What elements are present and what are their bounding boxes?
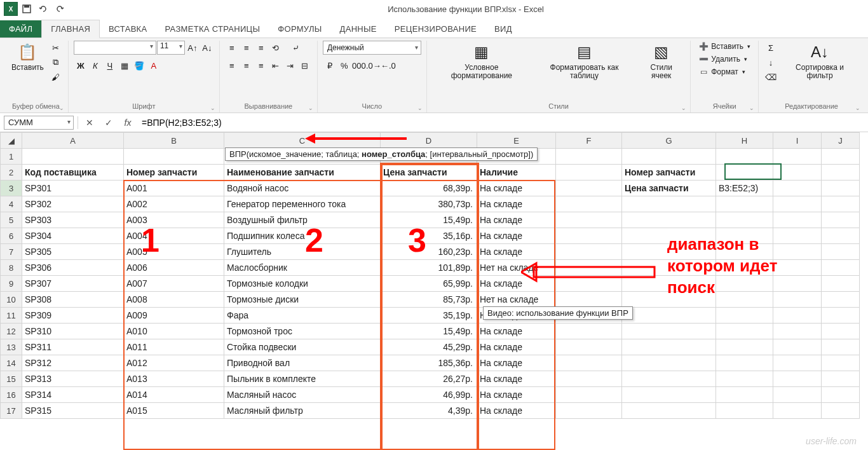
- insert-cells-button[interactable]: ➕Вставить▾: [696, 41, 753, 52]
- cell[interactable]: Код поставщика: [22, 165, 124, 181]
- cell[interactable]: [773, 228, 822, 244]
- col-header[interactable]: J: [822, 133, 860, 149]
- cell[interactable]: B3:E52;3): [716, 181, 773, 196]
- cell[interactable]: Водяной насос: [224, 181, 381, 196]
- row-header[interactable]: 6: [1, 228, 22, 244]
- cell[interactable]: [556, 181, 622, 196]
- tab-formulas[interactable]: ФОРМУЛЫ: [269, 20, 330, 38]
- cell[interactable]: 380,73р.: [381, 196, 477, 212]
- cell[interactable]: [716, 355, 773, 371]
- tab-file[interactable]: ФАЙЛ: [0, 20, 41, 38]
- cell[interactable]: [822, 149, 860, 165]
- cell[interactable]: [773, 308, 822, 324]
- paste-button[interactable]: 📋 Вставить: [9, 41, 46, 73]
- cell[interactable]: Номер запчасти: [124, 165, 224, 181]
- cell[interactable]: [822, 387, 860, 403]
- currency-icon[interactable]: ₽: [323, 58, 337, 72]
- cell[interactable]: [716, 244, 773, 260]
- cell[interactable]: [556, 324, 622, 339]
- cell[interactable]: Масляный фильтр: [224, 403, 381, 419]
- cell[interactable]: На складе: [477, 276, 556, 292]
- table-row[interactable]: 4SP302A002Генератор переменного тока380,…: [1, 196, 860, 212]
- formula-input[interactable]: [139, 116, 864, 130]
- table-row[interactable]: 2Код поставщикаНомер запчастиНаименовани…: [1, 165, 860, 181]
- row-header[interactable]: 5: [1, 212, 22, 228]
- bold-button[interactable]: Ж: [74, 58, 88, 72]
- cell[interactable]: 65,99р.: [381, 276, 477, 292]
- row-header[interactable]: 14: [1, 355, 22, 371]
- cell[interactable]: [773, 196, 822, 212]
- wrap-text-icon[interactable]: ⤶: [289, 41, 303, 55]
- cell[interactable]: [556, 371, 622, 387]
- tab-page-layout[interactable]: РАЗМЕТКА СТРАНИЦЫ: [156, 20, 269, 38]
- cell[interactable]: Номер запчасти: [622, 165, 716, 181]
- cell[interactable]: A003: [124, 212, 224, 228]
- cell[interactable]: [716, 212, 773, 228]
- cell[interactable]: [773, 292, 822, 308]
- cell[interactable]: A014: [124, 387, 224, 403]
- sort-filter-button[interactable]: A↓ Сортировка и фильтр: [780, 41, 859, 81]
- cell[interactable]: Цена запчасти: [381, 165, 477, 181]
- cell[interactable]: На складе: [477, 228, 556, 244]
- table-row[interactable]: 14SP312A012Приводной вал185,36р.На склад…: [1, 355, 860, 371]
- cell[interactable]: 15,49р.: [381, 324, 477, 339]
- cell[interactable]: [556, 165, 622, 181]
- cell[interactable]: SP310: [22, 324, 124, 339]
- cell[interactable]: [822, 181, 860, 196]
- cell[interactable]: [556, 196, 622, 212]
- cell[interactable]: SP305: [22, 244, 124, 260]
- cell[interactable]: A010: [124, 324, 224, 339]
- cell[interactable]: [556, 260, 622, 276]
- cell[interactable]: [716, 228, 773, 244]
- col-header[interactable]: B: [124, 133, 224, 149]
- cell[interactable]: Пыльник в комплекте: [224, 371, 381, 387]
- cell[interactable]: Нет на складе: [477, 260, 556, 276]
- cell[interactable]: [773, 324, 822, 339]
- cell-styles-button[interactable]: ▧ Стили ячеек: [637, 41, 685, 81]
- conditional-formatting-button[interactable]: ▦ Условное форматирование: [432, 41, 531, 81]
- cell[interactable]: [716, 324, 773, 339]
- row-header[interactable]: 12: [1, 324, 22, 339]
- cell[interactable]: SP303: [22, 212, 124, 228]
- row-header[interactable]: 8: [1, 260, 22, 276]
- cell[interactable]: 85,73р.: [381, 292, 477, 308]
- number-format-select[interactable]: Денежный: [323, 41, 421, 55]
- cell[interactable]: SP307: [22, 276, 124, 292]
- cell[interactable]: [822, 244, 860, 260]
- cell[interactable]: [622, 339, 716, 355]
- cell[interactable]: [556, 292, 622, 308]
- cell[interactable]: Цена запчасти: [622, 181, 716, 196]
- cell[interactable]: A015: [124, 403, 224, 419]
- cell[interactable]: [716, 165, 773, 181]
- cell[interactable]: SP311: [22, 339, 124, 355]
- select-all-button[interactable]: ◢: [1, 133, 22, 149]
- col-header[interactable]: E: [477, 133, 556, 149]
- cell[interactable]: Маслосборник: [224, 260, 381, 276]
- cell[interactable]: 68,39р.: [381, 181, 477, 196]
- cell[interactable]: На складе: [477, 181, 556, 196]
- cell[interactable]: [773, 387, 822, 403]
- cell[interactable]: Тормозной трос: [224, 324, 381, 339]
- cell[interactable]: 15,49р.: [381, 212, 477, 228]
- table-row[interactable]: 17SP315A015Масляный фильтр4,39р.На склад…: [1, 403, 860, 419]
- cell[interactable]: Нет на складе: [477, 292, 556, 308]
- cell[interactable]: [622, 403, 716, 419]
- decrease-indent-icon[interactable]: ⇤: [269, 58, 283, 72]
- cell[interactable]: [716, 339, 773, 355]
- cell[interactable]: [716, 308, 773, 324]
- cell[interactable]: [773, 244, 822, 260]
- cell[interactable]: A007: [124, 276, 224, 292]
- cell[interactable]: [822, 324, 860, 339]
- cell[interactable]: SP313: [22, 371, 124, 387]
- cell[interactable]: [773, 181, 822, 196]
- table-row[interactable]: 16SP314A014Масляный насос46,99р.На склад…: [1, 387, 860, 403]
- row-header[interactable]: 11: [1, 308, 22, 324]
- cell[interactable]: [556, 276, 622, 292]
- table-row[interactable]: 12SP310A010Тормозной трос15,49р.На склад…: [1, 324, 860, 339]
- cell[interactable]: На складе: [477, 403, 556, 419]
- cell[interactable]: Наличие: [477, 165, 556, 181]
- tab-view[interactable]: ВИД: [485, 20, 521, 38]
- cell[interactable]: [716, 196, 773, 212]
- cell[interactable]: [622, 244, 716, 260]
- cell[interactable]: [124, 149, 224, 165]
